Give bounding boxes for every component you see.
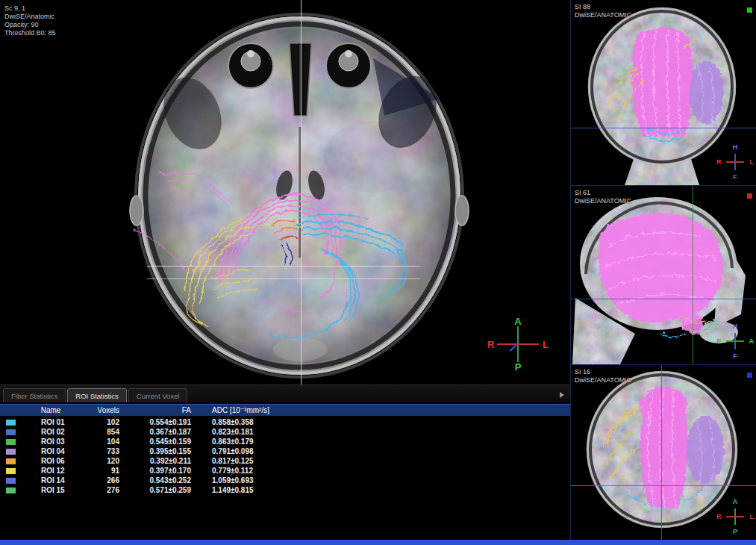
ap-axis-line bbox=[726, 340, 744, 342]
coronal-reference-line[interactable] bbox=[693, 186, 693, 364]
roi-voxels: 733 bbox=[81, 446, 128, 456]
roi-color-swatch bbox=[6, 420, 16, 426]
roi-name: ROI 03 bbox=[21, 437, 81, 446]
roi-voxels: 120 bbox=[81, 456, 128, 466]
statistics-panel: Fiber Statistics ROI Statistics Current … bbox=[0, 384, 570, 541]
roi-name: ROI 04 bbox=[21, 446, 81, 456]
roi-adc: 0.817±0.125 bbox=[197, 456, 339, 466]
roi-row[interactable]: ROI 03 104 0.545±0.159 0.863±0.179 bbox=[0, 437, 570, 446]
orientation-letter-top: H bbox=[733, 143, 738, 151]
roi-table-body: ROI 01 102 0.554±0.191 0.858±0.358 ROI 0… bbox=[0, 416, 570, 495]
roi-name: ROI 06 bbox=[21, 456, 81, 466]
view-active-indicator bbox=[747, 193, 752, 199]
roi-fa: 0.571±0.259 bbox=[128, 485, 197, 495]
roi-voxels: 91 bbox=[81, 466, 128, 476]
horizontal-crosshair-line-2[interactable] bbox=[147, 278, 420, 279]
rl-axis-line bbox=[726, 516, 744, 517]
orientation-letter-top: A bbox=[514, 316, 521, 327]
orientation-letter-right: L bbox=[543, 339, 549, 350]
orientation-letter-top: A bbox=[733, 498, 738, 505]
header-adc: ADC [10⁻³mm²/s] bbox=[197, 405, 339, 416]
thumb-label: SI 88 DwiSE/ANATOMIC bbox=[575, 3, 631, 19]
status-bar bbox=[0, 540, 756, 545]
orientation-letter-left: R bbox=[716, 158, 722, 166]
tab-overflow-arrow-icon[interactable] bbox=[560, 392, 564, 398]
tab-roi-statistics[interactable]: ROI Statistics bbox=[67, 388, 127, 402]
scan-info-overlay: Sc 9, 1 DwiSE/Anatomic Opacity: 90 Thres… bbox=[4, 4, 56, 37]
header-fa: FA bbox=[128, 405, 197, 416]
sequence-label: DwiSE/Anatomic bbox=[4, 13, 56, 21]
vertical-crosshair-line[interactable] bbox=[301, 0, 302, 384]
orientation-marker: H F P A bbox=[719, 324, 752, 358]
tab-current-voxel[interactable]: Current Voxel bbox=[128, 388, 188, 402]
roi-fa: 0.543±0.252 bbox=[128, 476, 197, 485]
orientation-letter-right: L bbox=[750, 158, 755, 166]
orientation-letter-left: R bbox=[716, 513, 722, 520]
horizontal-crosshair-line[interactable] bbox=[147, 266, 420, 267]
slice-number-label: SI 88 bbox=[575, 3, 631, 11]
axial-reference-line[interactable] bbox=[571, 128, 756, 128]
main-axial-viewport[interactable]: Sc 9, 1 DwiSE/Anatomic Opacity: 90 Thres… bbox=[0, 0, 570, 384]
sagittal-reference-line[interactable] bbox=[661, 365, 662, 540]
view-active-indicator bbox=[747, 373, 752, 378]
axial-reference-line[interactable] bbox=[571, 299, 756, 299]
coronal-viewport[interactable]: SI 88 DwiSE/ANATOMIC H F R L bbox=[571, 0, 756, 186]
statistics-tab-bar: Fiber Statistics ROI Statistics Current … bbox=[0, 385, 570, 402]
roi-color-swatch bbox=[6, 449, 16, 455]
thumb-label: SI 16 DwiSE/ANATOMIC bbox=[575, 368, 631, 384]
tab-fiber-statistics[interactable]: Fiber Statistics bbox=[3, 388, 66, 402]
orientation-marker: H F R L bbox=[719, 145, 752, 179]
roi-adc: 0.858±0.358 bbox=[197, 417, 339, 427]
roi-row[interactable]: ROI 06 120 0.392±0.211 0.817±0.125 bbox=[0, 456, 570, 466]
thumb-label: SI 61 DwiSE/ANATOMIC bbox=[575, 189, 631, 205]
roi-fa: 0.554±0.191 bbox=[128, 417, 197, 427]
sequence-label: DwiSE/ANATOMIC bbox=[575, 197, 631, 205]
roi-adc: 0.823±0.181 bbox=[197, 427, 339, 437]
roi-name: ROI 14 bbox=[21, 476, 81, 485]
roi-voxels: 266 bbox=[81, 476, 128, 485]
orientation-letter-bottom: F bbox=[733, 352, 737, 360]
view-active-indicator bbox=[747, 7, 752, 13]
orientation-marker: A P R L bbox=[490, 317, 546, 371]
orientation-letter-bottom: F bbox=[733, 173, 737, 181]
roi-color-swatch bbox=[6, 439, 16, 445]
roi-fa: 0.392±0.211 bbox=[128, 456, 197, 466]
main-axial-brain-render bbox=[0, 0, 570, 384]
roi-row[interactable]: ROI 15 276 0.571±0.259 1.149±0.815 bbox=[0, 485, 570, 495]
sagittal-viewport[interactable]: SI 61 DwiSE/ANATOMIC H F P A bbox=[571, 186, 756, 365]
roi-color-swatch bbox=[6, 478, 16, 484]
orientation-letter-right: L bbox=[750, 513, 755, 520]
axial-thumb-viewport[interactable]: SI 16 DwiSE/ANATOMIC A P R L bbox=[571, 365, 756, 541]
header-voxels: Voxels bbox=[81, 405, 128, 416]
roi-row[interactable]: ROI 14 266 0.543±0.252 1.059±0.693 bbox=[0, 476, 570, 485]
roi-fa: 0.545±0.159 bbox=[128, 437, 197, 446]
orientation-letter-right: A bbox=[749, 337, 755, 345]
roi-fa: 0.397±0.170 bbox=[128, 466, 197, 476]
roi-voxels: 276 bbox=[81, 485, 128, 495]
roi-adc: 1.059±0.693 bbox=[197, 476, 339, 485]
roi-name: ROI 15 bbox=[21, 485, 81, 495]
orientation-letter-top: H bbox=[733, 323, 738, 330]
roi-fa: 0.367±0.187 bbox=[128, 427, 197, 437]
sequence-label: DwiSE/ANATOMIC bbox=[575, 376, 631, 384]
roi-color-swatch bbox=[6, 429, 16, 435]
slice-number-label: SI 61 bbox=[575, 189, 631, 197]
header-name: Name bbox=[21, 405, 81, 416]
roi-adc: 0.779±0.112 bbox=[197, 466, 339, 476]
sequence-label: DwiSE/ANATOMIC bbox=[575, 11, 631, 19]
coronal-reference-line[interactable] bbox=[571, 485, 756, 486]
roi-row[interactable]: ROI 02 854 0.367±0.187 0.823±0.181 bbox=[0, 427, 570, 437]
roi-name: ROI 12 bbox=[21, 466, 81, 476]
roi-adc: 1.149±0.815 bbox=[197, 485, 339, 495]
orientation-letter-bottom: P bbox=[733, 528, 737, 535]
scan-id-label: Sc 9, 1 bbox=[4, 4, 56, 13]
roi-adc: 0.791±0.098 bbox=[197, 446, 339, 456]
roi-voxels: 854 bbox=[81, 427, 128, 437]
roi-row[interactable]: ROI 12 91 0.397±0.170 0.779±0.112 bbox=[0, 466, 570, 476]
roi-name: ROI 02 bbox=[21, 427, 81, 437]
roi-fa: 0.395±0.155 bbox=[128, 446, 197, 456]
roi-voxels: 102 bbox=[81, 417, 128, 427]
roi-row[interactable]: ROI 01 102 0.554±0.191 0.858±0.358 bbox=[0, 417, 570, 427]
roi-row[interactable]: ROI 04 733 0.395±0.155 0.791±0.098 bbox=[0, 446, 570, 456]
roi-color-swatch bbox=[6, 468, 16, 474]
